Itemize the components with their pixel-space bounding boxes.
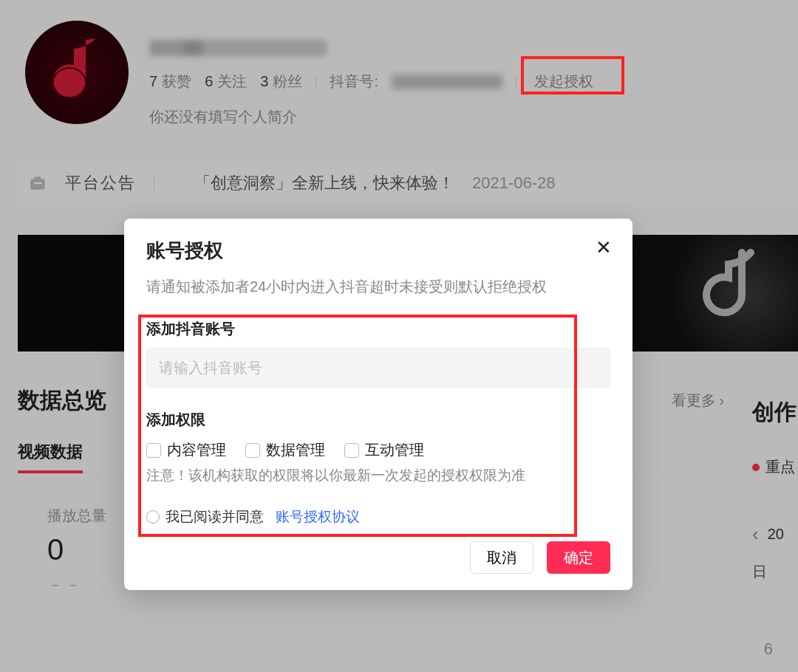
checkbox-label: 互动管理: [365, 440, 424, 460]
cancel-button[interactable]: 取消: [470, 541, 533, 574]
agreement-link[interactable]: 账号授权协议: [276, 507, 360, 527]
radio-icon: [146, 510, 160, 524]
checkbox-label: 数据管理: [266, 440, 325, 460]
checkbox-icon: [146, 443, 161, 458]
checkbox-data-manage[interactable]: 数据管理: [245, 440, 325, 460]
permission-field-label: 添加权限: [146, 410, 610, 430]
modal-subtitle: 请通知被添加者24小时内进入抖音超时未接受则默认拒绝授权: [146, 277, 610, 297]
auth-modal: 账号授权 ✕ 请通知被添加者24小时内进入抖音超时未接受则默认拒绝授权 添加抖音…: [124, 219, 632, 590]
agreement-row[interactable]: 我已阅读并同意 账号授权协议: [146, 507, 610, 527]
checkbox-content-manage[interactable]: 内容管理: [146, 440, 226, 460]
checkbox-label: 内容管理: [167, 440, 226, 460]
account-field-label: 添加抖音账号: [146, 319, 610, 339]
checkbox-icon: [245, 443, 260, 458]
checkbox-interact-manage[interactable]: 互动管理: [344, 440, 424, 460]
checkbox-icon: [344, 443, 359, 458]
douyin-account-input[interactable]: [146, 348, 610, 388]
permission-checkbox-row: 内容管理 数据管理 互动管理: [146, 440, 610, 460]
modal-title: 账号授权: [146, 238, 610, 264]
agreement-prefix: 我已阅读并同意: [166, 507, 264, 527]
modal-footer: 取消 确定: [124, 541, 632, 574]
confirm-button[interactable]: 确定: [547, 541, 610, 574]
permission-note: 注意！该机构获取的权限将以你最新一次发起的授权权限为准: [146, 466, 610, 485]
close-icon[interactable]: ✕: [596, 236, 612, 259]
